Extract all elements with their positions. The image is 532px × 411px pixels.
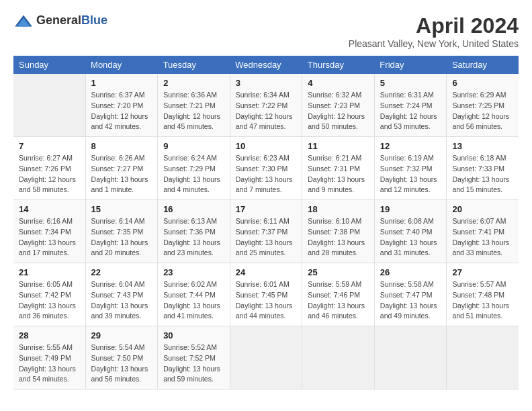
- calendar-cell: 24Sunrise: 6:01 AM Sunset: 7:45 PM Dayli…: [230, 263, 302, 326]
- column-header-friday: Friday: [374, 56, 447, 74]
- day-info: Sunrise: 6:34 AM Sunset: 7:22 PM Dayligh…: [236, 90, 297, 132]
- day-number: 15: [91, 204, 152, 214]
- calendar-cell: 18Sunrise: 6:10 AM Sunset: 7:38 PM Dayli…: [302, 200, 375, 263]
- column-header-thursday: Thursday: [302, 56, 375, 74]
- day-number: 11: [308, 141, 369, 151]
- calendar-cell: 23Sunrise: 6:02 AM Sunset: 7:44 PM Dayli…: [158, 263, 230, 326]
- day-number: 14: [19, 204, 80, 214]
- day-info: Sunrise: 6:36 AM Sunset: 7:21 PM Dayligh…: [163, 90, 224, 132]
- day-number: 6: [452, 78, 513, 88]
- day-info: Sunrise: 5:59 AM Sunset: 7:46 PM Dayligh…: [308, 279, 369, 322]
- calendar-cell: 9Sunrise: 6:24 AM Sunset: 7:29 PM Daylig…: [158, 137, 230, 200]
- day-number: 17: [236, 204, 297, 214]
- day-number: 24: [236, 267, 297, 277]
- column-header-tuesday: Tuesday: [158, 56, 230, 74]
- column-header-saturday: Saturday: [447, 56, 519, 74]
- day-info: Sunrise: 5:55 AM Sunset: 7:49 PM Dayligh…: [19, 342, 80, 385]
- day-number: 30: [163, 330, 224, 340]
- day-number: 27: [452, 267, 513, 277]
- week-row-5: 28Sunrise: 5:55 AM Sunset: 7:49 PM Dayli…: [13, 326, 519, 390]
- calendar-cell: 7Sunrise: 6:27 AM Sunset: 7:26 PM Daylig…: [13, 137, 85, 200]
- header-row: SundayMondayTuesdayWednesdayThursdayFrid…: [13, 56, 519, 74]
- calendar-cell: [302, 326, 375, 390]
- day-info: Sunrise: 6:21 AM Sunset: 7:31 PM Dayligh…: [308, 153, 369, 195]
- calendar-cell: 11Sunrise: 6:21 AM Sunset: 7:31 PM Dayli…: [302, 137, 375, 200]
- day-info: Sunrise: 6:05 AM Sunset: 7:42 PM Dayligh…: [19, 279, 80, 322]
- day-info: Sunrise: 6:04 AM Sunset: 7:43 PM Dayligh…: [91, 279, 152, 322]
- day-number: 7: [19, 141, 80, 151]
- day-info: Sunrise: 6:10 AM Sunset: 7:38 PM Dayligh…: [308, 216, 369, 259]
- calendar-cell: 6Sunrise: 6:29 AM Sunset: 7:25 PM Daylig…: [447, 74, 519, 137]
- day-info: Sunrise: 6:13 AM Sunset: 7:36 PM Dayligh…: [163, 216, 224, 259]
- calendar-cell: 20Sunrise: 6:07 AM Sunset: 7:41 PM Dayli…: [447, 200, 519, 263]
- calendar-cell: 13Sunrise: 6:18 AM Sunset: 7:33 PM Dayli…: [447, 137, 519, 200]
- calendar-cell: [13, 74, 85, 137]
- day-number: 13: [452, 141, 513, 151]
- calendar-cell: 16Sunrise: 6:13 AM Sunset: 7:36 PM Dayli…: [158, 200, 230, 263]
- calendar-cell: 8Sunrise: 6:26 AM Sunset: 7:27 PM Daylig…: [85, 137, 158, 200]
- day-number: 2: [163, 78, 224, 88]
- day-info: Sunrise: 6:01 AM Sunset: 7:45 PM Dayligh…: [236, 279, 297, 322]
- logo-blue: Blue: [81, 13, 107, 27]
- calendar-cell: 17Sunrise: 6:11 AM Sunset: 7:37 PM Dayli…: [230, 200, 302, 263]
- day-number: 12: [380, 141, 441, 151]
- day-info: Sunrise: 6:16 AM Sunset: 7:34 PM Dayligh…: [19, 216, 80, 259]
- calendar-cell: 15Sunrise: 6:14 AM Sunset: 7:35 PM Dayli…: [85, 200, 158, 263]
- logo-general: General: [36, 13, 81, 27]
- day-number: 19: [380, 204, 441, 214]
- day-info: Sunrise: 6:37 AM Sunset: 7:20 PM Dayligh…: [91, 90, 152, 132]
- day-info: Sunrise: 6:26 AM Sunset: 7:27 PM Dayligh…: [91, 153, 152, 195]
- calendar-cell: 22Sunrise: 6:04 AM Sunset: 7:43 PM Dayli…: [85, 263, 158, 326]
- day-info: Sunrise: 5:54 AM Sunset: 7:50 PM Dayligh…: [91, 342, 152, 385]
- day-number: 26: [380, 267, 441, 277]
- column-header-sunday: Sunday: [13, 56, 85, 74]
- day-number: 29: [91, 330, 152, 340]
- calendar-cell: 26Sunrise: 5:58 AM Sunset: 7:47 PM Dayli…: [374, 263, 447, 326]
- calendar-header: SundayMondayTuesdayWednesdayThursdayFrid…: [13, 56, 519, 74]
- day-info: Sunrise: 6:27 AM Sunset: 7:26 PM Dayligh…: [19, 153, 80, 195]
- day-info: Sunrise: 6:07 AM Sunset: 7:41 PM Dayligh…: [452, 216, 513, 259]
- calendar-cell: 10Sunrise: 6:23 AM Sunset: 7:30 PM Dayli…: [230, 137, 302, 200]
- day-info: Sunrise: 6:24 AM Sunset: 7:29 PM Dayligh…: [163, 153, 224, 195]
- day-number: 1: [91, 78, 152, 88]
- week-row-3: 14Sunrise: 6:16 AM Sunset: 7:34 PM Dayli…: [13, 200, 519, 263]
- day-info: Sunrise: 6:23 AM Sunset: 7:30 PM Dayligh…: [236, 153, 297, 195]
- column-header-monday: Monday: [85, 56, 158, 74]
- day-info: Sunrise: 6:11 AM Sunset: 7:37 PM Dayligh…: [236, 216, 297, 259]
- calendar-cell: 12Sunrise: 6:19 AM Sunset: 7:32 PM Dayli…: [374, 137, 447, 200]
- day-number: 9: [163, 141, 224, 151]
- day-info: Sunrise: 5:57 AM Sunset: 7:48 PM Dayligh…: [452, 279, 513, 322]
- month-title: April 2024: [349, 13, 519, 38]
- day-number: 23: [163, 267, 224, 277]
- day-info: Sunrise: 6:19 AM Sunset: 7:32 PM Dayligh…: [380, 153, 441, 195]
- day-info: Sunrise: 5:52 AM Sunset: 7:52 PM Dayligh…: [163, 342, 224, 385]
- day-info: Sunrise: 6:14 AM Sunset: 7:35 PM Dayligh…: [91, 216, 152, 259]
- day-info: Sunrise: 6:18 AM Sunset: 7:33 PM Dayligh…: [452, 153, 513, 195]
- calendar-cell: 21Sunrise: 6:05 AM Sunset: 7:42 PM Dayli…: [13, 263, 85, 326]
- calendar-cell: 3Sunrise: 6:34 AM Sunset: 7:22 PM Daylig…: [230, 74, 302, 137]
- logo: GeneralBlue: [13, 13, 107, 28]
- calendar-cell: 28Sunrise: 5:55 AM Sunset: 7:49 PM Dayli…: [13, 326, 85, 390]
- day-number: 25: [308, 267, 369, 277]
- title-block: April 2024 Pleasant Valley, New York, Un…: [349, 13, 519, 49]
- day-info: Sunrise: 6:08 AM Sunset: 7:40 PM Dayligh…: [380, 216, 441, 259]
- calendar-cell: 1Sunrise: 6:37 AM Sunset: 7:20 PM Daylig…: [85, 74, 158, 137]
- calendar-cell: 27Sunrise: 5:57 AM Sunset: 7:48 PM Dayli…: [447, 263, 519, 326]
- day-info: Sunrise: 6:31 AM Sunset: 7:24 PM Dayligh…: [380, 90, 441, 132]
- calendar-table: SundayMondayTuesdayWednesdayThursdayFrid…: [13, 56, 519, 390]
- day-number: 3: [236, 78, 297, 88]
- calendar-body: 1Sunrise: 6:37 AM Sunset: 7:20 PM Daylig…: [13, 74, 519, 390]
- logo-icon: [13, 14, 34, 28]
- location: Pleasant Valley, New York, United States: [349, 38, 519, 49]
- calendar-cell: 4Sunrise: 6:32 AM Sunset: 7:23 PM Daylig…: [302, 74, 375, 137]
- week-row-4: 21Sunrise: 6:05 AM Sunset: 7:42 PM Dayli…: [13, 263, 519, 326]
- calendar-cell: [374, 326, 447, 390]
- column-header-wednesday: Wednesday: [230, 56, 302, 74]
- calendar-cell: 19Sunrise: 6:08 AM Sunset: 7:40 PM Dayli…: [374, 200, 447, 263]
- day-number: 28: [19, 330, 80, 340]
- calendar-cell: 30Sunrise: 5:52 AM Sunset: 7:52 PM Dayli…: [158, 326, 230, 390]
- day-info: Sunrise: 6:02 AM Sunset: 7:44 PM Dayligh…: [163, 279, 224, 322]
- day-info: Sunrise: 6:29 AM Sunset: 7:25 PM Dayligh…: [452, 90, 513, 132]
- calendar-cell: [230, 326, 302, 390]
- day-number: 18: [308, 204, 369, 214]
